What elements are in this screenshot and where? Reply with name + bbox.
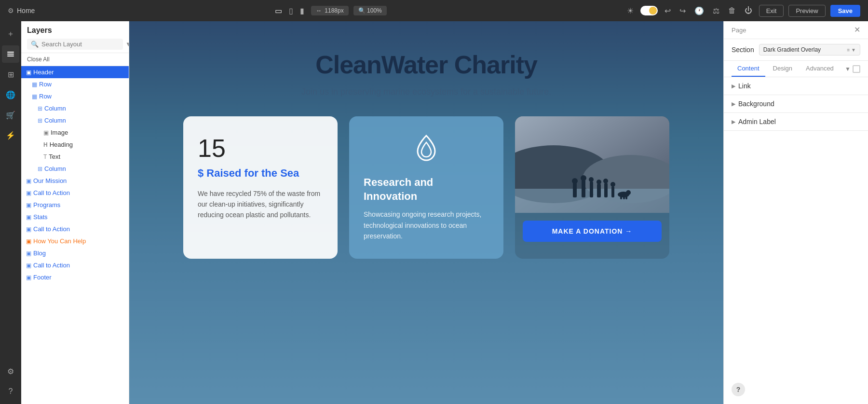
svg-point-20 [626,190,631,195]
width-badge[interactable]: ↔ 1188px [311,6,348,15]
hero-title: CleanWater Charity [315,50,537,79]
svg-rect-7 [573,183,577,197]
layer-image[interactable]: ▣ Image [21,126,129,139]
layer-blog-label: Blog [33,250,46,257]
card-1-text: We have recycled 75% of the waste from o… [198,188,323,221]
layer-how-you-help[interactable]: ▣ How You Can Help [21,235,129,247]
programs-icon: ▣ [26,202,31,209]
trash-icon[interactable]: 🗑 [726,5,738,16]
layer-header-label: Header [33,69,54,76]
svg-rect-9 [582,180,585,197]
tab-advanced[interactable]: Advanced [800,61,840,77]
exit-button[interactable]: Exit [759,5,784,17]
close-panel-button[interactable]: ✕ [854,26,860,34]
settings-button[interactable]: ⚙ [2,362,19,380]
search-row: 🔍 ▼ [27,39,123,50]
layer-heading-label: Heading [50,141,73,148]
width-value: 1188px [325,7,343,14]
history-icon[interactable]: 🕐 [692,5,706,16]
svg-point-10 [581,175,586,181]
undo-icon[interactable]: ↩ [663,5,673,16]
section-label: Section [732,46,754,54]
page-label: Page [732,27,746,34]
link-section-row[interactable]: ▶ Link [724,77,868,95]
layer-our-mission[interactable]: ▣ Our Mission [21,175,129,187]
layer-cta-3[interactable]: ▣ Call to Action [21,259,129,271]
card-2-text: Showcasing ongoing research projects, te… [364,209,489,241]
redo-icon[interactable]: ↪ [678,5,688,16]
help-button[interactable]: ? [732,383,745,396]
svg-rect-21 [620,195,622,199]
theme-toggle[interactable] [640,6,658,15]
close-all-button[interactable]: Close All [21,53,129,66]
canvas-area: CleanWater Charity Join us in preserving… [129,21,723,404]
dynamic-button[interactable]: ⚡ [2,126,19,144]
tab-more-dropdown[interactable]: ▼ [845,66,851,72]
card-3: MAKE A DONATION → [515,116,669,259]
power-icon[interactable]: ⏻ [743,5,754,16]
woo-button[interactable]: 🛒 [2,106,19,124]
home-label[interactable]: Home [17,7,35,14]
link-arrow-icon: ▶ [732,83,735,89]
site-preview: CleanWater Charity Join us in preserving… [129,21,723,404]
layers-header: Layers 🔍 ▼ [21,21,129,53]
desktop-icon[interactable]: ▭ [273,4,284,17]
layer-col-1[interactable]: ⊞ Column [21,102,129,114]
layer-col-3[interactable]: ⊞ Column [21,163,129,175]
svg-point-18 [610,182,615,187]
donate-button[interactable]: MAKE A DONATION → [523,221,662,242]
section-value-dropdown[interactable]: Dark Gradient Overlay ≡ ▼ [759,44,860,56]
add-element-button[interactable]: ＋ [2,25,19,42]
layer-heading[interactable]: H Heading [21,139,129,151]
layers-panel: Layers 🔍 ▼ Close All ▣ Header ▦ Row ▦ Ro… [21,21,129,404]
layer-stats[interactable]: ▣ Stats [21,211,129,223]
topbar-center: ▭ ▯ ▮ ↔ 1188px 🔍 100% [41,4,619,17]
responsive-icon[interactable]: ⚖ [711,5,721,16]
sun-icon[interactable]: ☀ [625,5,636,16]
admin-label-row[interactable]: ▶ Admin Label [724,113,868,130]
cta-3-icon: ▣ [26,262,31,269]
layer-text[interactable]: T Text [21,151,129,163]
tab-content[interactable]: Content [732,61,765,77]
tab-design[interactable]: Design [767,61,798,77]
layer-programs[interactable]: ▣ Programs [21,199,129,211]
mobile-icon[interactable]: ▮ [298,4,306,17]
help-button[interactable]: ? [2,383,19,400]
layer-col-2[interactable]: ⊞ Column [21,114,129,126]
how-you-help-icon: ▣ [26,238,31,245]
col-icon-2: ⊞ [38,117,42,124]
heading-icon: H [43,141,48,148]
tab-checkbox[interactable] [853,65,860,73]
layer-blog[interactable]: ▣ Blog [21,247,129,259]
layer-footer[interactable]: ▣ Footer [21,271,129,283]
zoom-badge[interactable]: 🔍 100% [353,6,387,15]
layer-cta-1[interactable]: ▣ Call to Action [21,187,129,199]
zoom-value: 100% [367,7,382,14]
gear-icon[interactable]: ⚙ [8,7,14,14]
tablet-icon[interactable]: ▯ [287,4,295,17]
layer-header[interactable]: ▣ Header [21,66,129,78]
search-icon: 🔍 [31,41,39,48]
card-2: Research and Innovation Showcasing ongoi… [349,116,503,259]
text-icon: T [43,153,47,160]
save-button[interactable]: Save [830,5,860,17]
layer-cta-2[interactable]: ▣ Call to Action [21,223,129,235]
preview-button[interactable]: Preview [788,5,825,17]
background-section-row[interactable]: ▶ Background [724,95,868,112]
svg-rect-13 [597,184,601,197]
global-button[interactable]: 🌐 [2,86,19,103]
layer-row-2-label: Row [39,93,52,100]
layer-row-1[interactable]: ▦ Row [21,78,129,90]
layer-row-2[interactable]: ▦ Row [21,90,129,102]
layers-button[interactable] [2,45,19,63]
filter-icon[interactable]: ▼ [125,41,129,48]
svg-rect-0 [7,52,14,53]
svg-rect-15 [604,183,608,197]
admin-label-section: ▶ Admin Label [724,113,868,131]
svg-rect-17 [611,186,614,197]
svg-rect-22 [623,195,625,199]
right-panel: Page ✕ Section Dark Gradient Overlay ≡ ▼… [723,21,868,404]
link-label: Link [738,82,751,90]
templates-button[interactable]: ⊞ [2,66,19,83]
search-input[interactable] [41,41,122,48]
